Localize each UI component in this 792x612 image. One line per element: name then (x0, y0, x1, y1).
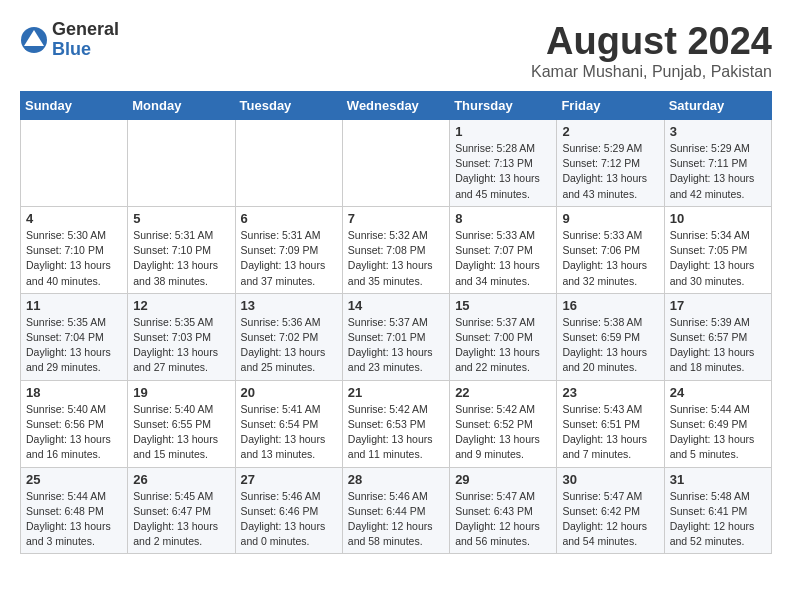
day-number: 13 (241, 298, 337, 313)
calendar-cell: 2Sunrise: 5:29 AM Sunset: 7:12 PM Daylig… (557, 120, 664, 207)
calendar-cell: 18Sunrise: 5:40 AM Sunset: 6:56 PM Dayli… (21, 380, 128, 467)
day-number: 9 (562, 211, 658, 226)
calendar-cell: 3Sunrise: 5:29 AM Sunset: 7:11 PM Daylig… (664, 120, 771, 207)
calendar-cell: 1Sunrise: 5:28 AM Sunset: 7:13 PM Daylig… (450, 120, 557, 207)
day-number: 30 (562, 472, 658, 487)
day-info: Sunrise: 5:47 AM Sunset: 6:43 PM Dayligh… (455, 489, 551, 550)
day-info: Sunrise: 5:30 AM Sunset: 7:10 PM Dayligh… (26, 228, 122, 289)
day-number: 23 (562, 385, 658, 400)
day-info: Sunrise: 5:46 AM Sunset: 6:46 PM Dayligh… (241, 489, 337, 550)
day-info: Sunrise: 5:31 AM Sunset: 7:10 PM Dayligh… (133, 228, 229, 289)
day-info: Sunrise: 5:48 AM Sunset: 6:41 PM Dayligh… (670, 489, 766, 550)
calendar-table: SundayMondayTuesdayWednesdayThursdayFrid… (20, 91, 772, 554)
day-info: Sunrise: 5:38 AM Sunset: 6:59 PM Dayligh… (562, 315, 658, 376)
day-number: 4 (26, 211, 122, 226)
week-row-1: 1Sunrise: 5:28 AM Sunset: 7:13 PM Daylig… (21, 120, 772, 207)
calendar-cell: 24Sunrise: 5:44 AM Sunset: 6:49 PM Dayli… (664, 380, 771, 467)
day-header-wednesday: Wednesday (342, 92, 449, 120)
calendar-cell (21, 120, 128, 207)
day-number: 22 (455, 385, 551, 400)
calendar-cell: 26Sunrise: 5:45 AM Sunset: 6:47 PM Dayli… (128, 467, 235, 554)
calendar-cell: 6Sunrise: 5:31 AM Sunset: 7:09 PM Daylig… (235, 206, 342, 293)
day-number: 1 (455, 124, 551, 139)
day-number: 12 (133, 298, 229, 313)
calendar-cell: 10Sunrise: 5:34 AM Sunset: 7:05 PM Dayli… (664, 206, 771, 293)
calendar-cell: 19Sunrise: 5:40 AM Sunset: 6:55 PM Dayli… (128, 380, 235, 467)
day-header-saturday: Saturday (664, 92, 771, 120)
calendar-cell: 30Sunrise: 5:47 AM Sunset: 6:42 PM Dayli… (557, 467, 664, 554)
calendar-cell: 25Sunrise: 5:44 AM Sunset: 6:48 PM Dayli… (21, 467, 128, 554)
calendar-cell: 5Sunrise: 5:31 AM Sunset: 7:10 PM Daylig… (128, 206, 235, 293)
calendar-cell: 23Sunrise: 5:43 AM Sunset: 6:51 PM Dayli… (557, 380, 664, 467)
day-info: Sunrise: 5:46 AM Sunset: 6:44 PM Dayligh… (348, 489, 444, 550)
day-info: Sunrise: 5:29 AM Sunset: 7:12 PM Dayligh… (562, 141, 658, 202)
day-info: Sunrise: 5:44 AM Sunset: 6:49 PM Dayligh… (670, 402, 766, 463)
day-number: 14 (348, 298, 444, 313)
week-row-4: 18Sunrise: 5:40 AM Sunset: 6:56 PM Dayli… (21, 380, 772, 467)
day-info: Sunrise: 5:33 AM Sunset: 7:07 PM Dayligh… (455, 228, 551, 289)
day-info: Sunrise: 5:36 AM Sunset: 7:02 PM Dayligh… (241, 315, 337, 376)
calendar-cell: 22Sunrise: 5:42 AM Sunset: 6:52 PM Dayli… (450, 380, 557, 467)
day-number: 31 (670, 472, 766, 487)
day-number: 8 (455, 211, 551, 226)
day-number: 27 (241, 472, 337, 487)
day-number: 15 (455, 298, 551, 313)
week-row-2: 4Sunrise: 5:30 AM Sunset: 7:10 PM Daylig… (21, 206, 772, 293)
day-number: 10 (670, 211, 766, 226)
calendar-cell: 14Sunrise: 5:37 AM Sunset: 7:01 PM Dayli… (342, 293, 449, 380)
day-info: Sunrise: 5:37 AM Sunset: 7:01 PM Dayligh… (348, 315, 444, 376)
day-info: Sunrise: 5:47 AM Sunset: 6:42 PM Dayligh… (562, 489, 658, 550)
day-number: 25 (26, 472, 122, 487)
day-info: Sunrise: 5:28 AM Sunset: 7:13 PM Dayligh… (455, 141, 551, 202)
logo: General Blue (20, 20, 119, 60)
day-number: 6 (241, 211, 337, 226)
header-row: SundayMondayTuesdayWednesdayThursdayFrid… (21, 92, 772, 120)
day-info: Sunrise: 5:37 AM Sunset: 7:00 PM Dayligh… (455, 315, 551, 376)
day-number: 11 (26, 298, 122, 313)
calendar-cell: 12Sunrise: 5:35 AM Sunset: 7:03 PM Dayli… (128, 293, 235, 380)
day-number: 24 (670, 385, 766, 400)
logo-icon (20, 26, 48, 54)
day-info: Sunrise: 5:31 AM Sunset: 7:09 PM Dayligh… (241, 228, 337, 289)
day-info: Sunrise: 5:29 AM Sunset: 7:11 PM Dayligh… (670, 141, 766, 202)
calendar-cell: 16Sunrise: 5:38 AM Sunset: 6:59 PM Dayli… (557, 293, 664, 380)
day-info: Sunrise: 5:33 AM Sunset: 7:06 PM Dayligh… (562, 228, 658, 289)
calendar-cell: 21Sunrise: 5:42 AM Sunset: 6:53 PM Dayli… (342, 380, 449, 467)
calendar-cell: 8Sunrise: 5:33 AM Sunset: 7:07 PM Daylig… (450, 206, 557, 293)
logo-blue: Blue (52, 40, 119, 60)
day-info: Sunrise: 5:42 AM Sunset: 6:52 PM Dayligh… (455, 402, 551, 463)
day-number: 7 (348, 211, 444, 226)
day-number: 5 (133, 211, 229, 226)
calendar-cell: 11Sunrise: 5:35 AM Sunset: 7:04 PM Dayli… (21, 293, 128, 380)
title-block: August 2024 Kamar Mushani, Punjab, Pakis… (531, 20, 772, 81)
day-number: 26 (133, 472, 229, 487)
calendar-cell: 4Sunrise: 5:30 AM Sunset: 7:10 PM Daylig… (21, 206, 128, 293)
day-info: Sunrise: 5:35 AM Sunset: 7:04 PM Dayligh… (26, 315, 122, 376)
logo-general: General (52, 20, 119, 40)
day-info: Sunrise: 5:34 AM Sunset: 7:05 PM Dayligh… (670, 228, 766, 289)
day-info: Sunrise: 5:45 AM Sunset: 6:47 PM Dayligh… (133, 489, 229, 550)
day-info: Sunrise: 5:39 AM Sunset: 6:57 PM Dayligh… (670, 315, 766, 376)
day-info: Sunrise: 5:40 AM Sunset: 6:56 PM Dayligh… (26, 402, 122, 463)
calendar-cell: 7Sunrise: 5:32 AM Sunset: 7:08 PM Daylig… (342, 206, 449, 293)
calendar-cell: 15Sunrise: 5:37 AM Sunset: 7:00 PM Dayli… (450, 293, 557, 380)
day-number: 17 (670, 298, 766, 313)
day-number: 2 (562, 124, 658, 139)
day-number: 18 (26, 385, 122, 400)
logo-text: General Blue (52, 20, 119, 60)
day-info: Sunrise: 5:41 AM Sunset: 6:54 PM Dayligh… (241, 402, 337, 463)
day-info: Sunrise: 5:32 AM Sunset: 7:08 PM Dayligh… (348, 228, 444, 289)
calendar-cell (342, 120, 449, 207)
calendar-cell: 17Sunrise: 5:39 AM Sunset: 6:57 PM Dayli… (664, 293, 771, 380)
day-number: 21 (348, 385, 444, 400)
day-info: Sunrise: 5:44 AM Sunset: 6:48 PM Dayligh… (26, 489, 122, 550)
week-row-5: 25Sunrise: 5:44 AM Sunset: 6:48 PM Dayli… (21, 467, 772, 554)
day-number: 16 (562, 298, 658, 313)
page-header: General Blue August 2024 Kamar Mushani, … (20, 20, 772, 81)
calendar-cell: 31Sunrise: 5:48 AM Sunset: 6:41 PM Dayli… (664, 467, 771, 554)
calendar-title: August 2024 (531, 20, 772, 63)
calendar-cell: 28Sunrise: 5:46 AM Sunset: 6:44 PM Dayli… (342, 467, 449, 554)
day-info: Sunrise: 5:35 AM Sunset: 7:03 PM Dayligh… (133, 315, 229, 376)
day-info: Sunrise: 5:42 AM Sunset: 6:53 PM Dayligh… (348, 402, 444, 463)
day-number: 19 (133, 385, 229, 400)
